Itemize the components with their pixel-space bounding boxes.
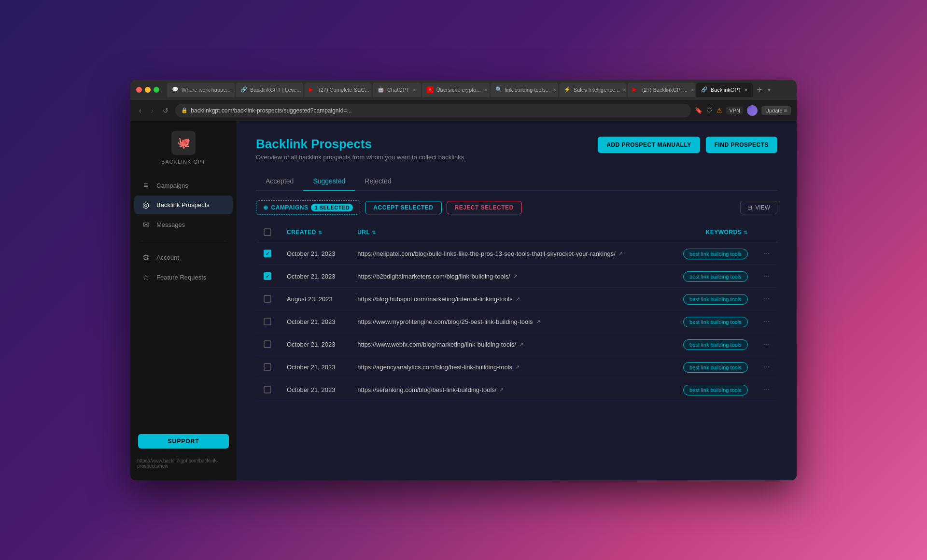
tab-close-icon[interactable]: ✕ [744,87,748,93]
update-button[interactable]: Update ≡ [761,106,791,115]
keywords-column-header[interactable]: KEYWORDS ⇅ [660,223,756,242]
external-link-icon[interactable]: ↗ [513,273,518,280]
add-prospect-button[interactable]: ADD PROSPECT MANUALLY [598,137,700,153]
date-cell: August 23, 2023 [279,288,350,310]
url-text: https://www.webfx.com/blog/marketing/lin… [357,341,516,348]
prospects-table: CREATED ⇅ URL ⇅ KEYWORDS [256,223,777,401]
url-cell[interactable]: https://seranking.com/blog/best-link-bui… [350,378,660,401]
sidebar-item-backlink-prospects[interactable]: ◎ Backlink Prospects [134,196,233,214]
reload-button[interactable]: ↺ [160,105,171,116]
minimize-button[interactable] [145,87,151,93]
row-checkbox[interactable] [264,340,271,348]
checkbox-cell[interactable] [256,378,279,401]
external-link-icon[interactable]: ↗ [519,341,523,348]
row-checkbox[interactable] [264,386,271,393]
find-prospects-button[interactable]: FIND PROSPECTS [706,137,777,153]
tab-close-icon[interactable]: ✕ [234,87,235,93]
tab-dropdown-button[interactable]: ▾ [766,86,772,93]
row-checkbox[interactable] [264,295,271,303]
tab-close-icon[interactable]: ✕ [690,87,694,93]
external-link-icon[interactable]: ↗ [499,387,504,393]
forward-button[interactable]: › [148,105,156,116]
content-area: Backlink Prospects Overview of all backl… [237,121,797,480]
profile-avatar[interactable] [747,105,758,116]
tab-rejected[interactable]: Rejected [355,172,401,190]
shield-icon[interactable]: 🛡 [706,107,713,114]
maximize-button[interactable] [154,87,159,93]
tab-close-icon[interactable]: ✕ [553,87,557,93]
checkbox-cell[interactable] [256,288,279,310]
select-all-checkbox[interactable] [264,228,271,236]
prospect-tabs: Accepted Suggested Rejected [256,172,777,191]
more-options-button[interactable]: ··· [763,317,770,325]
tab-google[interactable]: 🔍 link building tools... ✕ [491,83,558,97]
row-actions-cell[interactable]: ··· [756,378,777,401]
backlink-favicon: 🔗 [701,86,708,93]
url-cell[interactable]: https://www.myprofitengine.com/blog/25-b… [350,310,660,333]
row-checkbox[interactable] [264,363,271,371]
campaigns-filter-button[interactable]: ⊕ CAMPAIGNS 1 SELECTED [256,200,360,215]
sidebar-item-account[interactable]: ⚙ Account [134,248,233,267]
tab-suggested[interactable]: Suggested [303,172,355,190]
back-button[interactable]: ‹ [136,105,144,116]
select-all-header[interactable] [256,223,279,242]
checkbox-cell[interactable] [256,310,279,333]
created-column-header[interactable]: CREATED ⇅ [279,223,350,242]
sales-favicon: ⚡ [564,86,571,93]
row-actions-cell[interactable]: ··· [756,356,777,378]
url-bar[interactable]: 🔒 backlinkgpt.com/backlink-prospects/sug… [175,104,691,117]
tab-youtube2[interactable]: ▶ (27) BacklinkGPT... ✕ [628,83,695,97]
row-actions-cell[interactable]: ··· [756,242,777,265]
external-link-icon[interactable]: ↗ [515,364,520,370]
sidebar-item-feature-requests[interactable]: ☆ Feature Requests [134,268,233,287]
more-options-button[interactable]: ··· [763,340,770,348]
tab-close-icon[interactable]: ✕ [412,87,416,93]
accept-selected-button[interactable]: ACCEPT SELECTED [365,201,441,214]
url-column-header[interactable]: URL ⇅ [350,223,660,242]
url-cell[interactable]: https://neilpatel.com/blog/build-links-l… [350,242,660,265]
sidebar-item-messages[interactable]: ✉ Messages [134,215,233,234]
tab-ubersicht[interactable]: A Übersicht: crypto... ✕ [422,83,490,97]
more-options-button[interactable]: ··· [763,385,770,393]
checkbox-cell[interactable] [256,356,279,378]
reject-selected-button[interactable]: REJECT SELECTED [447,201,522,214]
row-actions-cell[interactable]: ··· [756,265,777,288]
row-actions-cell[interactable]: ··· [756,288,777,310]
tab-close-icon[interactable]: ✕ [622,87,626,93]
checkbox-cell[interactable]: ✓ [256,242,279,265]
external-link-icon[interactable]: ↗ [536,319,540,325]
new-tab-button[interactable]: + [754,85,765,95]
tab-backlink1[interactable]: 🔗 BacklinkGPT | Leve... ✕ [236,83,303,97]
tab-backlink-active[interactable]: 🔗 BacklinkGPT ✕ [696,83,753,97]
sidebar-item-campaigns[interactable]: ≡ Campaigns [134,176,233,195]
checkbox-cell[interactable] [256,333,279,356]
url-cell[interactable]: https://www.webfx.com/blog/marketing/lin… [350,333,660,356]
external-link-icon[interactable]: ↗ [516,296,520,302]
row-actions-cell[interactable]: ··· [756,310,777,333]
tab-slack[interactable]: 💬 Where work happe... ✕ [167,83,235,97]
bookmark-icon[interactable]: 🔖 [695,107,702,114]
tab-youtube1[interactable]: ▶ (27) Complete SEC... ✕ [304,83,372,97]
checkbox-cell[interactable]: ✓ [256,265,279,288]
url-cell[interactable]: https://blog.hubspot.com/marketing/inter… [350,288,660,310]
table-row: October 21, 2023 https://www.webfx.com/b… [256,333,777,356]
support-button[interactable]: SUPPORT [138,434,229,448]
more-options-button[interactable]: ··· [763,249,770,257]
more-options-button[interactable]: ··· [763,363,770,371]
sort-icon: ⇅ [318,230,323,235]
close-button[interactable] [136,87,142,93]
row-checkbox[interactable]: ✓ [264,250,271,257]
row-checkbox[interactable] [264,318,271,325]
view-button[interactable]: ⊟ VIEW [740,201,777,214]
url-cell[interactable]: https://agencyanalytics.com/blog/best-li… [350,356,660,378]
more-options-button[interactable]: ··· [763,272,770,280]
tab-accepted[interactable]: Accepted [256,172,303,190]
url-cell[interactable]: https://b2bdigitalmarketers.com/blog/lin… [350,265,660,288]
row-actions-cell[interactable]: ··· [756,333,777,356]
external-link-icon[interactable]: ↗ [618,251,623,257]
tab-chatgpt[interactable]: 🤖 ChatGPT ✕ [373,83,421,97]
tab-sales[interactable]: ⚡ Sales Intelligence... ✕ [559,83,627,97]
more-options-button[interactable]: ··· [763,294,770,303]
tab-close-icon[interactable]: ✕ [484,87,488,93]
row-checkbox[interactable]: ✓ [264,272,271,280]
